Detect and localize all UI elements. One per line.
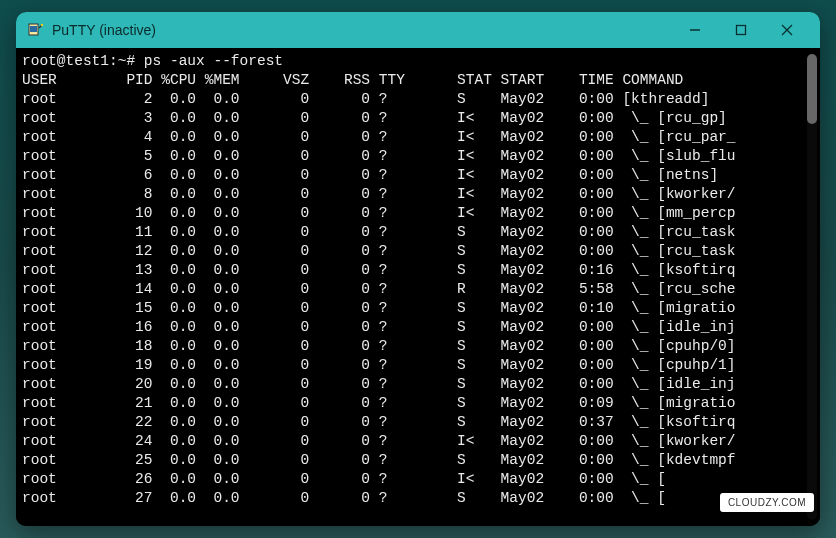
putty-window: PuTTY (inactive) root@test1:~# ps -aux -… [16,12,820,526]
watermark-badge: CLOUDZY.COM [720,493,814,512]
svg-rect-5 [737,26,746,35]
minimize-button[interactable] [672,12,718,48]
svg-rect-1 [30,26,37,32]
titlebar[interactable]: PuTTY (inactive) [16,12,820,48]
maximize-button[interactable] [718,12,764,48]
terminal-area[interactable]: root@test1:~# ps -aux --forest USER PID … [16,48,820,526]
scrollbar[interactable] [807,54,817,520]
window-title: PuTTY (inactive) [52,22,672,38]
close-button[interactable] [764,12,810,48]
putty-icon [26,21,44,39]
scrollbar-thumb[interactable] [807,54,817,124]
terminal-output: root@test1:~# ps -aux --forest USER PID … [16,48,820,526]
window-controls [672,12,810,48]
